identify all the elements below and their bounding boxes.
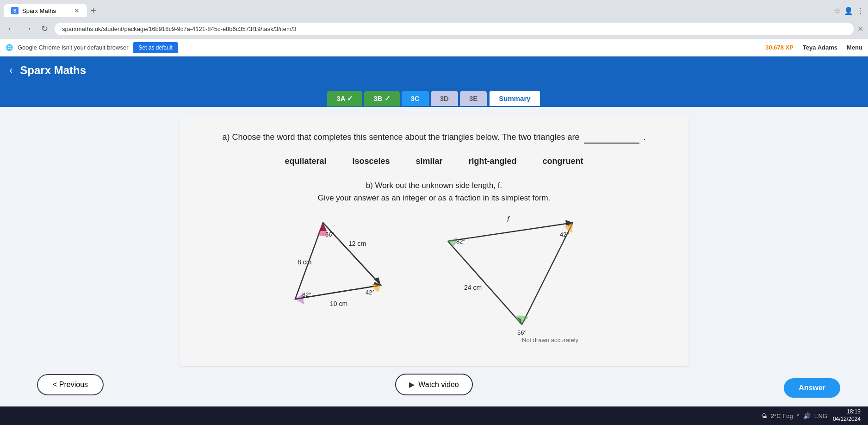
tab-close-button[interactable]: ✕: [74, 7, 80, 14]
menu-display[interactable]: Menu: [847, 44, 862, 51]
svg-line-16: [522, 223, 573, 325]
default-browser-bar: 🌐 Google Chrome isn't your default brows…: [0, 39, 868, 56]
app-back-button[interactable]: ‹: [9, 64, 12, 76]
tab-summary[interactable]: Summary: [489, 90, 540, 107]
tab-title: Sparx Maths: [22, 7, 56, 14]
new-tab-button[interactable]: +: [87, 4, 100, 18]
svg-text:42°: 42°: [366, 289, 375, 296]
svg-text:82°: 82°: [456, 238, 465, 245]
tab-extras: ☆ 👤 ⋮: [834, 6, 864, 15]
svg-text:56°: 56°: [325, 231, 335, 238]
profile-icon[interactable]: 👤: [844, 6, 853, 15]
choice-equilateral[interactable]: equilateral: [281, 155, 330, 168]
svg-text:Not drawn accurately: Not drawn accurately: [522, 337, 579, 343]
choice-similar[interactable]: similar: [412, 155, 446, 168]
content-card: a) Choose the word that completes this s…: [180, 116, 688, 366]
set-default-button[interactable]: Set as default: [133, 42, 178, 53]
network-icon: ^: [797, 412, 800, 419]
forward-nav-button[interactable]: →: [21, 22, 34, 35]
svg-text:8 cm: 8 cm: [298, 258, 311, 266]
taskbar-icons: 🌤 2°C Fog ^ 🔊 ENG: [761, 412, 827, 419]
tab-3B[interactable]: 3B ✓: [364, 91, 399, 106]
previous-button[interactable]: < Previous: [37, 374, 104, 395]
weather-display: 2°C Fog: [771, 412, 793, 419]
svg-text:56°: 56°: [517, 329, 527, 336]
svg-text:24 cm: 24 cm: [464, 284, 482, 291]
xp-display: 30,678 XP: [765, 44, 794, 51]
main-content: a) Choose the word that completes this s…: [0, 107, 868, 425]
speaker-icon: 🔊: [803, 412, 811, 419]
svg-line-12: [448, 223, 573, 241]
svg-text:f: f: [507, 215, 510, 223]
bookmark-icon[interactable]: ☆: [834, 6, 840, 15]
left-triangle-diagram: 56° 82° 42° 8 cm 12 cm 10 cm: [281, 213, 402, 315]
taskbar-clock: 18:19 04/12/2024: [833, 408, 861, 423]
back-nav-button[interactable]: ←: [5, 22, 18, 35]
tab-3C[interactable]: 3C: [402, 91, 429, 106]
choice-right-angled[interactable]: right-angled: [465, 155, 521, 168]
svg-text:42°: 42°: [560, 231, 569, 238]
diagram-area: 56° 82° 42° 8 cm 12 cm 10 cm: [198, 213, 670, 343]
browser-tab[interactable]: S Sparx Maths ✕: [4, 4, 87, 17]
right-triangle-diagram: 82° 42° 56° f 24 cm Not drawn accurately: [439, 213, 587, 343]
watch-video-button[interactable]: ▶ Watch video: [395, 374, 472, 395]
tab-3A[interactable]: 3A ✓: [327, 91, 362, 106]
svg-text:12 cm: 12 cm: [348, 240, 366, 247]
address-input[interactable]: [55, 23, 854, 35]
navigation-tabs: 3A ✓ 3B ✓ 3C 3D 3E Summary: [0, 84, 868, 107]
app-header: ‹ Sparx Maths: [0, 56, 868, 84]
part-a-question: a) Choose the word that completes this s…: [198, 130, 670, 144]
answer-blank: [584, 130, 639, 144]
default-browser-notice: Google Chrome isn't your default browser: [18, 44, 128, 51]
part-b-question: b) Work out the unknown side length, f. …: [198, 179, 670, 204]
svg-text:82°: 82°: [302, 291, 311, 298]
word-choices: equilateral isosceles similar right-angl…: [198, 155, 670, 168]
choice-isosceles[interactable]: isosceles: [348, 155, 393, 168]
language-display: ENG: [814, 412, 827, 419]
user-display: Teya Adams: [803, 44, 837, 51]
reload-button[interactable]: ↻: [38, 22, 51, 35]
svg-line-14: [448, 241, 522, 325]
svg-text:10 cm: 10 cm: [330, 300, 347, 307]
weather-icon: 🌤: [761, 412, 767, 419]
app-title: Sparx Maths: [20, 64, 859, 77]
default-browser-globe-icon: 🌐: [6, 44, 13, 51]
more-icon[interactable]: ⋮: [857, 6, 864, 15]
close-window-icon[interactable]: ✕: [857, 25, 863, 33]
choice-congruent[interactable]: congruent: [539, 155, 587, 168]
tab-3D[interactable]: 3D: [431, 91, 458, 106]
video-icon: ▶: [409, 380, 415, 389]
tab-favicon: S: [11, 7, 19, 14]
taskbar: 🌤 2°C Fog ^ 🔊 ENG 18:19 04/12/2024: [0, 406, 868, 425]
tab-3E[interactable]: 3E: [460, 91, 487, 106]
